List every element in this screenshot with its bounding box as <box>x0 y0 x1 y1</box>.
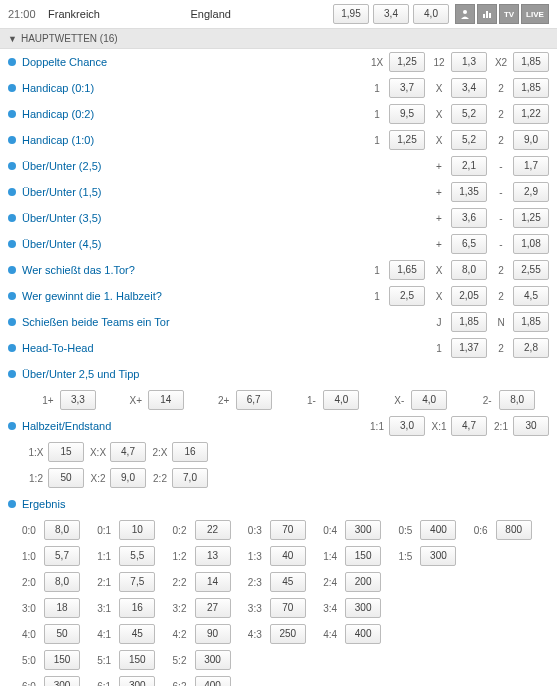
odd-button[interactable]: 300 <box>195 650 231 670</box>
odd-button[interactable]: 9,5 <box>389 104 425 124</box>
odd-button[interactable]: 90 <box>195 624 231 644</box>
market-label[interactable]: Schießen beide Teams ein Tor <box>22 316 425 328</box>
odd-button[interactable]: 1,25 <box>389 130 425 150</box>
market-label[interactable]: Head-To-Head <box>22 342 425 354</box>
market-label[interactable]: Über/Unter 2,5 und Tipp <box>22 368 549 380</box>
odd-button[interactable]: 2,8 <box>513 338 549 358</box>
odd-button[interactable]: 45 <box>270 572 306 592</box>
market-label[interactable]: Halbzeit/Endstand <box>22 420 363 432</box>
odd-button[interactable]: 400 <box>345 624 381 644</box>
market-label[interactable]: Wer gewinnt die 1. Halbzeit? <box>22 290 363 302</box>
market-label[interactable]: Über/Unter (1,5) <box>22 186 425 198</box>
odd-button[interactable]: 2,5 <box>389 286 425 306</box>
odd-button[interactable]: 45 <box>119 624 155 644</box>
odd-button[interactable]: 50 <box>44 624 80 644</box>
odd-button[interactable]: 1,65 <box>389 260 425 280</box>
people-icon[interactable] <box>455 4 475 24</box>
odd-button[interactable]: 1,3 <box>451 52 487 72</box>
odd-button[interactable]: 300 <box>44 676 80 686</box>
odd-button[interactable]: 1,25 <box>389 52 425 72</box>
market-label[interactable]: Über/Unter (3,5) <box>22 212 425 224</box>
odd-button[interactable]: 8,0 <box>499 390 535 410</box>
market-label[interactable]: Handicap (1:0) <box>22 134 363 146</box>
odd-button[interactable]: 3,3 <box>60 390 96 410</box>
odd-button[interactable]: 1,85 <box>451 312 487 332</box>
market-label[interactable]: Über/Unter (4,5) <box>22 238 425 250</box>
odd-button[interactable]: 5,7 <box>44 546 80 566</box>
odd-button[interactable]: 10 <box>119 520 155 540</box>
odd-button[interactable]: 800 <box>496 520 532 540</box>
odd-button[interactable]: 2,1 <box>451 156 487 176</box>
market-label[interactable]: Handicap (0:2) <box>22 108 363 120</box>
odd-button[interactable]: 3,7 <box>389 78 425 98</box>
odd-button[interactable]: 400 <box>420 520 456 540</box>
odd-button[interactable]: 7,0 <box>172 468 208 488</box>
odd-button[interactable]: 4,5 <box>513 286 549 306</box>
odd-button[interactable]: 300 <box>345 598 381 618</box>
odd-button[interactable]: 150 <box>119 650 155 670</box>
odd-button[interactable]: 1,37 <box>451 338 487 358</box>
odd-button[interactable]: 4,0 <box>323 390 359 410</box>
odd-button[interactable]: 150 <box>345 546 381 566</box>
odd-button[interactable]: 14 <box>195 572 231 592</box>
odd-x[interactable]: 3,4 <box>373 4 409 24</box>
odd-2[interactable]: 4,0 <box>413 4 449 24</box>
odd-button[interactable]: 5,2 <box>451 104 487 124</box>
odd-1[interactable]: 1,95 <box>333 4 369 24</box>
odd-button[interactable]: 7,5 <box>119 572 155 592</box>
odd-button[interactable]: 6,5 <box>451 234 487 254</box>
odd-button[interactable]: 6,7 <box>236 390 272 410</box>
odd-button[interactable]: 8,0 <box>44 520 80 540</box>
odd-button[interactable]: 14 <box>148 390 184 410</box>
market-label[interactable]: Wer schießt das 1.Tor? <box>22 264 363 276</box>
odd-button[interactable]: 22 <box>195 520 231 540</box>
odd-button[interactable]: 3,6 <box>451 208 487 228</box>
live-icon[interactable]: LIVE <box>521 4 549 24</box>
odd-button[interactable]: 70 <box>270 520 306 540</box>
odd-button[interactable]: 150 <box>44 650 80 670</box>
odd-button[interactable]: 1,35 <box>451 182 487 202</box>
odd-button[interactable]: 1,85 <box>513 52 549 72</box>
odd-button[interactable]: 9,0 <box>513 130 549 150</box>
odd-button[interactable]: 15 <box>48 442 84 462</box>
market-label[interactable]: Handicap (0:1) <box>22 82 363 94</box>
odd-button[interactable]: 5,2 <box>451 130 487 150</box>
odd-button[interactable]: 300 <box>119 676 155 686</box>
odd-button[interactable]: 300 <box>420 546 456 566</box>
odd-button[interactable]: 8,0 <box>451 260 487 280</box>
odd-button[interactable]: 3,0 <box>389 416 425 436</box>
odd-button[interactable]: 40 <box>270 546 306 566</box>
section-header[interactable]: ▼ HAUPTWETTEN (16) <box>0 29 557 49</box>
odd-button[interactable]: 1,08 <box>513 234 549 254</box>
odd-button[interactable]: 1,22 <box>513 104 549 124</box>
odd-button[interactable]: 18 <box>44 598 80 618</box>
odd-button[interactable]: 30 <box>513 416 549 436</box>
odd-button[interactable]: 9,0 <box>110 468 146 488</box>
odd-button[interactable]: 1,7 <box>513 156 549 176</box>
market-label[interactable]: Doppelte Chance <box>22 56 363 68</box>
odd-button[interactable]: 200 <box>345 572 381 592</box>
odd-button[interactable]: 2,9 <box>513 182 549 202</box>
market-label[interactable]: Ergebnis <box>22 498 549 510</box>
odd-button[interactable]: 13 <box>195 546 231 566</box>
odd-button[interactable]: 70 <box>270 598 306 618</box>
odd-button[interactable]: 4,0 <box>411 390 447 410</box>
odd-button[interactable]: 16 <box>172 442 208 462</box>
odd-button[interactable]: 27 <box>195 598 231 618</box>
odd-button[interactable]: 8,0 <box>44 572 80 592</box>
market-label[interactable]: Über/Unter (2,5) <box>22 160 425 172</box>
stats-icon[interactable] <box>477 4 497 24</box>
odd-button[interactable]: 400 <box>195 676 231 686</box>
odd-button[interactable]: 1,25 <box>513 208 549 228</box>
odd-button[interactable]: 1,85 <box>513 312 549 332</box>
odd-button[interactable]: 2,05 <box>451 286 487 306</box>
odd-button[interactable]: 16 <box>119 598 155 618</box>
odd-button[interactable]: 4,7 <box>110 442 146 462</box>
odd-button[interactable]: 300 <box>345 520 381 540</box>
odd-button[interactable]: 4,7 <box>451 416 487 436</box>
odd-button[interactable]: 50 <box>48 468 84 488</box>
odd-button[interactable]: 3,4 <box>451 78 487 98</box>
tv-icon[interactable]: TV <box>499 4 519 24</box>
odd-button[interactable]: 250 <box>270 624 306 644</box>
odd-button[interactable]: 2,55 <box>513 260 549 280</box>
